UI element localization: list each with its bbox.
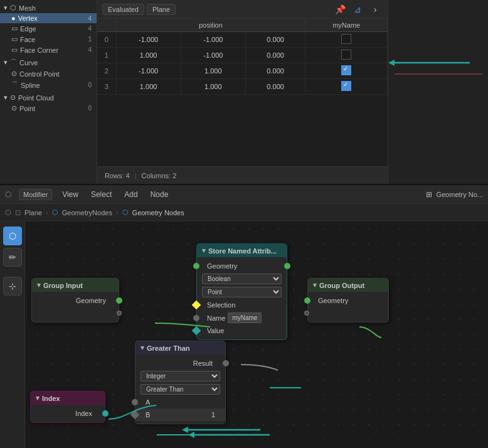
layout-icon[interactable]: ⊞ xyxy=(426,190,432,199)
sidebar-item-vertex[interactable]: ● Vertex 4 xyxy=(0,13,97,23)
col-position[interactable]: position xyxy=(116,19,305,32)
gt-select[interactable]: Greater Than xyxy=(141,384,220,395)
breadcrumb-nodes[interactable]: Geometry Nodes xyxy=(132,209,184,216)
checkbox[interactable] xyxy=(341,81,351,91)
status-divider: | xyxy=(135,172,137,179)
spreadsheet-table: position myName 0 -1.000 -1.000 0.000 1 … xyxy=(97,19,388,166)
col-myname[interactable]: myName xyxy=(305,19,388,32)
control-point-label: Control Point xyxy=(19,70,60,78)
lasso-tool[interactable]: ⊹ xyxy=(3,277,22,296)
pin-button[interactable]: 📌 xyxy=(332,2,347,17)
table-row: 1 1.000 -1.000 0.000 xyxy=(97,48,388,63)
box-select-tool[interactable]: ✏ xyxy=(3,248,22,267)
breadcrumb-icon2: ◻ xyxy=(15,208,21,216)
sidebar: ▾ ⬡ View Mesh ● Vertex 4 ▭ Edge 4 ▭ Face… xyxy=(0,0,97,184)
sidebar-item-face[interactable]: ▭ Face 1 xyxy=(0,34,97,45)
out-geo-label: Geometry xyxy=(318,297,348,304)
row-z: 0.000 xyxy=(245,48,305,63)
sidebar-item-spline[interactable]: ⌒ Spline 0 xyxy=(0,79,97,91)
sidebar-section-header-point-cloud[interactable]: ▾ ⊙ Point Cloud xyxy=(0,92,97,103)
collapse-arrow-store[interactable]: ▾ xyxy=(202,247,206,255)
rows-status: Rows: 4 xyxy=(105,172,130,179)
out-geometry-row: Geometry xyxy=(308,294,388,307)
point-label: Point xyxy=(19,105,35,112)
group-output-body: Geometry xyxy=(308,292,388,322)
select-menu[interactable]: Select xyxy=(88,189,114,200)
b-socket[interactable] xyxy=(130,410,139,419)
idx-out-label: Index xyxy=(75,410,92,417)
sidebar-section-header-mesh[interactable]: ▾ ⬡ View Mesh xyxy=(0,3,97,13)
curve-icon: ⌒ xyxy=(10,58,17,67)
row-x: 1.000 xyxy=(116,79,181,95)
checkbox[interactable] xyxy=(341,65,351,75)
sidebar-item-edge[interactable]: ▭ Edge 4 xyxy=(0,23,97,34)
greater-than-header: ▾ Greater Than xyxy=(135,341,225,355)
edge-count: 4 xyxy=(88,25,92,32)
empty-output-socket[interactable] xyxy=(117,311,122,316)
breadcrumb-plane[interactable]: Plane xyxy=(24,209,42,216)
modifier-button[interactable]: Modifier xyxy=(19,189,52,200)
evaluated-button[interactable]: Evaluated xyxy=(102,4,144,15)
sidebar-item-control-point[interactable]: ⊙ Control Point xyxy=(0,68,97,79)
viewport-right xyxy=(388,0,488,184)
result-socket[interactable] xyxy=(223,360,229,366)
selection-socket[interactable] xyxy=(192,301,201,309)
row-check[interactable] xyxy=(305,48,388,63)
geometry-output-socket[interactable] xyxy=(116,297,122,304)
sidebar-item-point[interactable]: ⊙ Point 0 xyxy=(0,103,97,114)
collapse-arrow[interactable]: ▾ xyxy=(37,281,41,289)
add-menu[interactable]: Add xyxy=(122,189,140,200)
bottom-panel: ⬡ Modifier View Select Add Node ⊞ Geomet… xyxy=(0,185,488,448)
breadcrumb-geometry-nodes[interactable]: GeometryNodes xyxy=(62,209,112,216)
collapse-arrow-out[interactable]: ▾ xyxy=(313,281,317,289)
point-cloud-label: Point Cloud xyxy=(18,94,54,102)
table-row: 2 -1.000 1.000 0.000 xyxy=(97,63,388,79)
row-index: 3 xyxy=(97,79,116,95)
mesh-label: Mesh xyxy=(19,4,36,12)
node-breadcrumb: ⬡ ◻ Plane › ⬡ GeometryNodes › ⬡ Geometry… xyxy=(0,204,488,221)
out-empty-socket[interactable] xyxy=(304,311,309,316)
spline-label: Spline xyxy=(21,82,40,89)
checkbox[interactable] xyxy=(341,50,351,60)
sidebar-section-mesh: ▾ ⬡ View Mesh ● Vertex 4 ▭ Edge 4 ▭ Face… xyxy=(0,3,97,55)
out-geo-socket[interactable] xyxy=(304,297,310,304)
idx-socket[interactable] xyxy=(102,410,109,417)
name-socket[interactable] xyxy=(193,315,199,321)
chevron-curve-icon: ▾ xyxy=(4,58,8,67)
value-socket[interactable] xyxy=(192,326,201,335)
sidebar-section-header-curve[interactable]: ▾ ⌒ Curve xyxy=(0,56,97,68)
sidebar-item-face-corner[interactable]: ▭ Face Corner 4 xyxy=(0,45,97,55)
boolean-select[interactable]: Boolean xyxy=(202,274,282,284)
index-label: Index xyxy=(42,395,60,402)
view-menu[interactable]: View xyxy=(60,189,81,200)
checkbox[interactable] xyxy=(341,34,351,44)
vertex-count: 4 xyxy=(88,15,92,22)
select-tool[interactable]: ⬡ xyxy=(3,227,22,245)
plane-button[interactable]: Plane xyxy=(147,4,176,15)
mesh-icon: ⬡ xyxy=(10,4,16,12)
status-bar: Rows: 4 | Columns: 2 xyxy=(97,166,388,184)
breadcrumb-geoicon: ⬡ xyxy=(52,208,58,216)
row-check[interactable] xyxy=(305,79,388,95)
point-select[interactable]: Point xyxy=(202,287,282,297)
store-geo-out-socket[interactable] xyxy=(284,263,290,269)
store-named-label: Store Named Attrib... xyxy=(208,247,277,255)
top-panel: ▾ ⬡ View Mesh ● Vertex 4 ▭ Edge 4 ▭ Face… xyxy=(0,0,488,185)
group-output-node: ▾ Group Output Geometry xyxy=(307,278,389,323)
node-canvas[interactable]: ⬡ ✏ ⊹ ▾ Group Input xyxy=(0,221,488,448)
row-check[interactable] xyxy=(305,63,388,79)
row-x: -1.000 xyxy=(116,32,181,48)
integer-select[interactable]: Integer xyxy=(141,371,220,381)
row-index: 1 xyxy=(97,48,116,63)
collapse-arrow-gt[interactable]: ▾ xyxy=(141,344,144,352)
row-check[interactable] xyxy=(305,32,388,48)
a-socket[interactable] xyxy=(132,399,138,405)
filter-button[interactable]: ⊿ xyxy=(350,2,365,17)
face-count: 1 xyxy=(88,36,92,43)
vertex-label: Vertex xyxy=(18,14,38,22)
node-menu[interactable]: Node xyxy=(148,189,171,200)
store-geo-in-socket[interactable] xyxy=(193,263,199,269)
table-row: 3 1.000 1.000 0.000 xyxy=(97,79,388,95)
expand-button[interactable]: › xyxy=(368,2,383,17)
collapse-arrow-idx[interactable]: ▾ xyxy=(36,394,40,402)
